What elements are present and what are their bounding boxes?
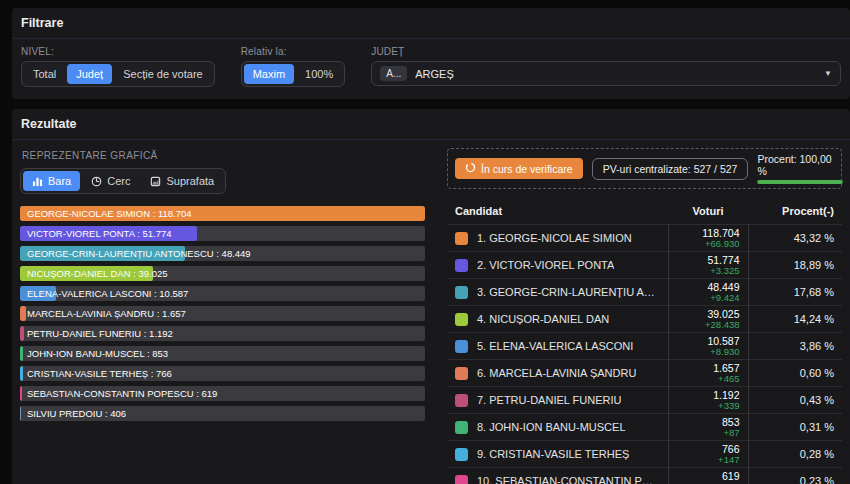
relativ-field: Relativ la: Maxim100% xyxy=(241,46,346,87)
filter-panel-title: Filtrare xyxy=(12,8,850,39)
judet-label: JUDEȚ xyxy=(371,46,841,57)
verification-badge: În curs de verificare xyxy=(455,158,583,179)
candidate-name: 7. PETRU-DANIEL FUNERIU xyxy=(477,394,621,406)
candidate-color-swatch xyxy=(455,421,468,434)
chart-bar-fill xyxy=(20,386,22,401)
nivel-option-total[interactable]: Total xyxy=(24,64,65,84)
relativ-label: Relativ la: xyxy=(241,46,346,57)
percent-value: 43,32 % xyxy=(748,225,842,252)
view-mode-cerc[interactable]: Cerc xyxy=(82,171,139,191)
nivel-option-judet[interactable]: Județ xyxy=(67,64,112,84)
chart-bar-label: JOHN-ION BANU-MUSCEL : 853 xyxy=(27,346,168,361)
percent-value: 14,24 % xyxy=(748,306,842,333)
chart-bar[interactable]: JOHN-ION BANU-MUSCEL : 853 xyxy=(20,346,425,361)
votes-delta: +147 xyxy=(677,455,740,465)
candidate-row: 7. PETRU-DANIEL FUNERIU1.192+3390,43 % xyxy=(447,387,842,414)
verification-label: În curs de verificare xyxy=(481,163,573,175)
candidate-row: 5. ELENA-VALERICA LASCONI10.587+8.9303,8… xyxy=(447,333,842,360)
results-body: REPREZENTARE GRAFICĂ BaraCercSuprafata G… xyxy=(12,140,850,484)
status-box: În curs de verificare PV-uri centralizat… xyxy=(447,148,842,189)
candidate-name: 5. ELENA-VALERICA LASCONI xyxy=(477,340,633,352)
chart-bar[interactable]: ELENA-VALERICA LASCONI : 10.587 xyxy=(20,286,425,301)
table-column: În curs de verificare PV-uri centralizat… xyxy=(447,148,842,484)
results-table: Candidat Voturi Procent(-) 1. GEORGE-NIC… xyxy=(447,198,842,484)
votes-delta: +87 xyxy=(677,428,740,438)
chart-bar[interactable]: VICTOR-VIOREL PONTA : 51.774 xyxy=(20,226,425,241)
nivel-option-label: Județ xyxy=(76,68,103,80)
candidate-row: 1. GEORGE-NICOLAE SIMION118.704+66.93043… xyxy=(447,225,842,252)
chart-bar[interactable]: PETRU-DANIEL FUNERIU : 1.192 xyxy=(20,326,425,341)
candidate-color-swatch xyxy=(455,232,468,245)
procent-indicator: Procent: 100,00 % xyxy=(757,153,843,184)
percent-value: 0,60 % xyxy=(748,360,842,387)
view-mode-suprafata[interactable]: Suprafata xyxy=(141,171,223,191)
chart-view-button-group: BaraCercSuprafata xyxy=(20,168,226,194)
candidate-name: 6. MARCELA-LAVINIA ȘANDRU xyxy=(477,367,636,379)
percent-value: 0,23 % xyxy=(748,468,842,484)
judet-field: JUDEȚ A... ARGEȘ ▼ xyxy=(371,46,841,86)
percent-value: 0,31 % xyxy=(748,414,842,441)
view-mode-label: Cerc xyxy=(107,175,130,187)
chart-bar-label: VICTOR-VIOREL PONTA : 51.774 xyxy=(27,226,172,241)
chart-bar[interactable]: MARCELA-LAVINIA ȘANDRU : 1.657 xyxy=(20,306,425,321)
candidate-row: 4. NICUȘOR-DANIEL DAN39.025+28.43814,24 … xyxy=(447,306,842,333)
chart-bar-fill xyxy=(20,326,24,341)
bar-chart-icon xyxy=(32,176,43,187)
percent-value: 3,86 % xyxy=(748,333,842,360)
relativ-option-100[interactable]: 100% xyxy=(296,64,342,84)
view-mode-label: Suprafata xyxy=(166,175,214,187)
chart-bar[interactable]: CRISTIAN-VASILE TERHEȘ : 766 xyxy=(20,366,425,381)
procent-label: Procent: 100,00 % xyxy=(757,153,843,177)
chart-bar-fill xyxy=(20,406,21,421)
candidate-name: 10. SEBASTIAN-CONSTANTIN POPESCU xyxy=(477,475,660,484)
votes-delta: +3.325 xyxy=(677,266,740,276)
chart-bar[interactable]: NICUȘOR-DANIEL DAN : 39.025 xyxy=(20,266,425,281)
chart-bar-label: PETRU-DANIEL FUNERIU : 1.192 xyxy=(27,326,173,341)
percent-value: 17,68 % xyxy=(748,279,842,306)
chart-bar-label: GEORGE-NICOLAE SIMION : 118.704 xyxy=(27,206,192,221)
candidate-name: 1. GEORGE-NICOLAE SIMION xyxy=(477,232,632,244)
nivel-option-label: Total xyxy=(33,68,56,80)
relativ-option-label: 100% xyxy=(305,68,333,80)
candidate-color-swatch xyxy=(455,259,468,272)
view-mode-label: Bara xyxy=(48,175,71,187)
nivel-option-sectie-de-votare[interactable]: Secție de votare xyxy=(114,64,212,84)
pie-chart-icon xyxy=(91,176,102,187)
view-mode-bara[interactable]: Bara xyxy=(23,171,80,191)
pv-badge: PV-uri centralizate: 527 / 527 xyxy=(592,158,749,180)
candidate-color-swatch xyxy=(455,313,468,326)
chart-bar[interactable]: GEORGE-CRIN-LAURENȚIU ANTONESCU : 48.449 xyxy=(20,246,425,261)
candidate-color-swatch xyxy=(455,286,468,299)
candidate-color-swatch xyxy=(455,448,468,461)
chevron-down-icon: ▼ xyxy=(824,69,832,78)
nivel-label: NIVEL: xyxy=(21,46,215,57)
header-candidat: Candidat xyxy=(447,198,668,225)
results-panel: Rezultate REPREZENTARE GRAFICĂ BaraCercS… xyxy=(12,109,850,484)
candidate-row: 9. CRISTIAN-VASILE TERHEȘ766+1470,28 % xyxy=(447,441,842,468)
candidate-color-swatch xyxy=(455,394,468,407)
relativ-option-label: Maxim xyxy=(253,68,285,80)
judet-badge: A... xyxy=(380,66,407,81)
judet-select[interactable]: A... ARGEȘ ▼ xyxy=(371,61,841,86)
relativ-option-maxim[interactable]: Maxim xyxy=(244,64,294,84)
candidate-row: 3. GEORGE-CRIN-LAURENȚIU ANTONESCU48.449… xyxy=(447,279,842,306)
nivel-field: NIVEL: TotalJudețSecție de votare xyxy=(21,46,215,87)
filter-panel: Filtrare NIVEL: TotalJudețSecție de vota… xyxy=(12,8,850,99)
procent-progress-fill xyxy=(757,180,843,184)
chart-bar[interactable]: SILVIU PREDOIU : 406 xyxy=(20,406,425,421)
chart-bar-label: GEORGE-CRIN-LAURENȚIU ANTONESCU : 48.449 xyxy=(27,246,251,261)
verification-icon xyxy=(465,162,476,175)
chart-bar-fill xyxy=(20,366,23,381)
candidate-row: 2. VICTOR-VIOREL PONTA51.774+3.32518,89 … xyxy=(447,252,842,279)
candidate-name: 9. CRISTIAN-VASILE TERHEȘ xyxy=(477,448,629,460)
chart-bar[interactable]: GEORGE-NICOLAE SIMION : 118.704 xyxy=(20,206,425,221)
chart-bar[interactable]: SEBASTIAN-CONSTANTIN POPESCU : 619 xyxy=(20,386,425,401)
candidate-color-swatch xyxy=(455,340,468,353)
table-header-row: Candidat Voturi Procent(-) xyxy=(447,198,842,225)
chart-bar-label: CRISTIAN-VASILE TERHEȘ : 766 xyxy=(27,366,172,381)
header-procent: Procent(-) xyxy=(748,198,842,225)
header-voturi: Voturi xyxy=(668,198,748,225)
chart-column: REPREZENTARE GRAFICĂ BaraCercSuprafata G… xyxy=(20,148,425,426)
nivel-option-label: Secție de votare xyxy=(123,68,203,80)
votes-delta: +8.930 xyxy=(677,347,740,357)
